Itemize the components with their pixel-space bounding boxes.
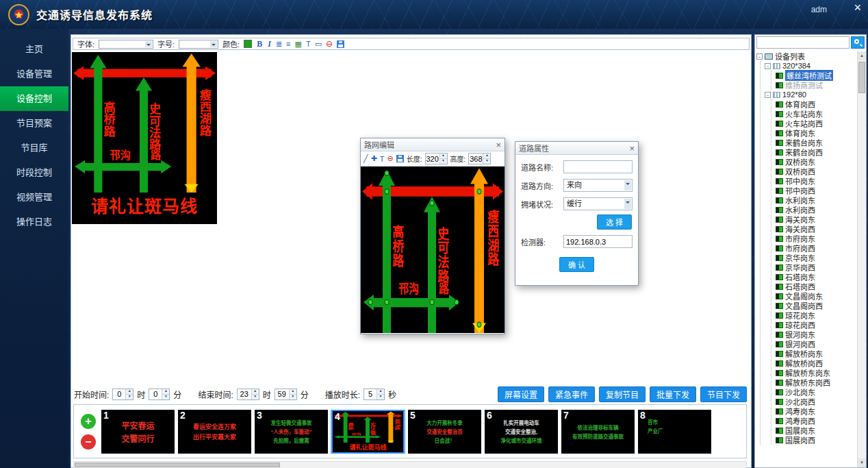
action-button[interactable]: 批量下发 — [650, 386, 696, 402]
collapse-icon[interactable]: - — [765, 63, 771, 69]
tree-device[interactable]: 双桥岗东 — [776, 157, 856, 167]
action-button[interactable]: 节目下发 — [700, 386, 747, 402]
program-thumbnail[interactable]: 5 大力开展秋冬季 交通安全整治百 日会战！ — [408, 410, 481, 454]
insert-image-icon[interactable]: ▦ — [295, 40, 302, 49]
delete-icon[interactable]: ⊖ — [326, 39, 333, 49]
program-thumbnail[interactable]: 1 平安春运 交警同行 — [101, 410, 175, 454]
spin-up-icon[interactable]: ▲ — [252, 389, 259, 394]
tree-device[interactable]: 鸿寿岗西 — [776, 416, 856, 426]
search-button[interactable] — [851, 36, 865, 49]
tree-device[interactable]: 市府岗西 — [776, 243, 856, 253]
delete-icon[interactable]: ⊖ — [387, 154, 394, 163]
close-icon[interactable]: × — [496, 140, 501, 149]
tree-device[interactable]: 双桥岗西 — [776, 167, 856, 176]
collapse-icon[interactable]: - — [765, 92, 771, 98]
tree-device[interactable]: 体育岗西 — [776, 99, 856, 109]
tree-device[interactable]: 维扬商测试 — [776, 80, 856, 90]
text-tool-icon[interactable]: T — [306, 40, 311, 48]
sidebar-item[interactable]: 设备控制 — [0, 86, 68, 111]
close-icon[interactable]: × — [629, 144, 635, 153]
tree-device[interactable]: 解放桥岗西 — [776, 358, 856, 368]
logged-in-user[interactable]: adm — [811, 5, 827, 14]
tree-device[interactable]: 水利岗东 — [776, 195, 856, 205]
end-hour-input[interactable] — [238, 389, 251, 399]
spin-down-icon[interactable]: ▼ — [377, 394, 384, 399]
select-button[interactable]: 选 择 — [597, 214, 632, 230]
length-input[interactable] — [426, 153, 439, 164]
font-size-select[interactable] — [179, 40, 218, 49]
remove-program-button[interactable]: − — [81, 434, 96, 449]
height-input[interactable] — [469, 153, 483, 164]
color-swatch[interactable] — [244, 40, 252, 48]
tree-device[interactable]: 琼花岗西 — [776, 320, 856, 330]
tree-device-selected[interactable]: 螺丝湾桥测试 — [776, 71, 856, 80]
congestion-select[interactable]: 缓行 — [563, 197, 633, 210]
spin-down-icon[interactable]: ▼ — [252, 394, 259, 399]
window-close-icon[interactable]: × — [854, 1, 861, 14]
sidebar-item[interactable]: 时段控制 — [0, 160, 68, 185]
tree-device[interactable]: 银河岗西 — [776, 339, 856, 349]
tree-device[interactable]: 沙北岗东 — [776, 387, 856, 397]
spin-up-icon[interactable]: ▲ — [377, 389, 384, 394]
spin-up-icon[interactable]: ▲ — [126, 389, 133, 394]
tree-device[interactable]: 文昌阁岗西 — [776, 301, 856, 310]
tree-root[interactable]: - 设备列表 — [756, 51, 856, 61]
program-thumbnail[interactable]: 6 扎实开展电动车 交通安全整治, 净化城市交通环境 — [485, 410, 558, 454]
tree-device[interactable]: 水利岗西 — [776, 205, 856, 214]
tree-device[interactable]: 文昌阁岗东 — [776, 291, 856, 301]
align-left-icon[interactable]: ≣ — [276, 40, 282, 49]
detector-input[interactable] — [563, 235, 633, 248]
spin-down-icon[interactable]: ▼ — [440, 158, 447, 164]
spin-down-icon[interactable]: ▼ — [162, 394, 169, 399]
tree-device[interactable]: 来鹤台岗东 — [776, 138, 856, 147]
led-screen-preview[interactable]: 请礼让斑马线 — [72, 52, 217, 224]
text-tool-icon[interactable]: T — [380, 155, 385, 163]
save-icon[interactable] — [337, 40, 344, 48]
tree-device[interactable]: 国展岗西 — [776, 435, 856, 445]
device-search-input[interactable] — [756, 36, 850, 49]
program-thumbnail[interactable]: 3 发生轻微交通事故 “人未伤，车能动” 先拍照，后撤离 — [255, 410, 328, 454]
font-select[interactable] — [99, 40, 153, 49]
action-button[interactable]: 紧急事件 — [548, 386, 595, 402]
confirm-button[interactable]: 确 认 — [559, 257, 594, 272]
tree-device[interactable]: 市府岗东 — [776, 234, 856, 243]
tree-device[interactable]: 邗中岗东 — [776, 176, 856, 186]
dialog-titlebar[interactable]: 路网编辑 × — [361, 138, 505, 151]
sidebar-item[interactable]: 设备管理 — [0, 62, 68, 86]
program-thumbnail[interactable]: 2 春运安全连万家 出行平安靠大家 — [178, 410, 251, 454]
tree-device[interactable]: 海关岗东 — [776, 214, 856, 224]
tree-device[interactable]: 沙北岗西 — [776, 397, 856, 406]
sidebar-item[interactable]: 视频管理 — [0, 185, 68, 210]
dialog-titlebar[interactable]: 道路属性 × — [515, 142, 638, 155]
align-center-icon[interactable]: ≡ — [286, 40, 290, 48]
spin-up-icon[interactable]: ▲ — [290, 389, 296, 394]
scroll-down-icon[interactable]: ▼ — [858, 458, 866, 467]
spin-down-icon[interactable]: ▼ — [483, 158, 490, 164]
program-thumbnail[interactable]: 7 依法治理非标车辆 有效预防道路交通事故 — [561, 410, 635, 454]
tree-device[interactable]: 邗中岗西 — [776, 186, 856, 195]
spin-up-icon[interactable]: ▲ — [483, 153, 490, 158]
tree-device[interactable]: 石塔岗西 — [776, 282, 856, 291]
add-program-button[interactable]: + — [81, 414, 96, 429]
move-tool-icon[interactable]: ✚ — [371, 154, 377, 163]
spin-down-icon[interactable]: ▼ — [126, 394, 133, 399]
tree-device[interactable]: 琼花岗东 — [776, 310, 856, 320]
program-thumbnail[interactable]: 8 百市 产业厂 — [638, 410, 711, 454]
tree-device[interactable]: 火车站岗西 — [776, 119, 856, 128]
frame-tool-icon[interactable]: ▭ — [315, 40, 322, 49]
tree-group[interactable]: - 320*384 — [765, 61, 856, 71]
spin-up-icon[interactable]: ▲ — [162, 389, 169, 394]
save-icon[interactable] — [396, 155, 404, 162]
roadnet-canvas[interactable] — [361, 167, 505, 333]
bold-button[interactable]: B — [256, 39, 263, 49]
tree-device[interactable]: 来鹤台岗西 — [776, 147, 856, 157]
sidebar-item[interactable]: 操作日志 — [0, 210, 68, 234]
road-name-input[interactable] — [563, 160, 633, 173]
tree-device[interactable]: 火车站岗东 — [776, 109, 856, 119]
tree-device[interactable]: 国展岗东 — [776, 426, 856, 435]
tree-group[interactable]: - 192*80 — [765, 90, 856, 99]
tree-device[interactable]: 京华岗西 — [776, 262, 856, 272]
scroll-up-icon[interactable]: ▲ — [858, 51, 866, 60]
end-minute-input[interactable] — [275, 389, 289, 399]
spin-down-icon[interactable]: ▼ — [290, 394, 296, 399]
